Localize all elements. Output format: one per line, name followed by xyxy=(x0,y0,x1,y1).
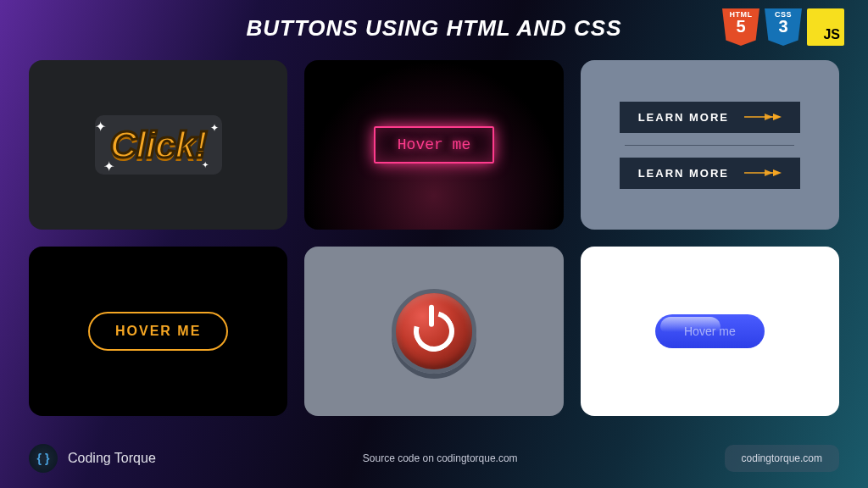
sparkle-icon: ✦ xyxy=(95,119,106,135)
svg-marker-5 xyxy=(765,169,773,176)
arrow-right-icon xyxy=(744,169,782,177)
source-caption: Source code on codingtorque.com xyxy=(363,452,518,464)
js-badge-label: JS xyxy=(823,27,840,42)
footer: { } Coding Torque Source code on codingt… xyxy=(0,430,868,488)
card-learn-more: LEARN MORE LEARN MORE xyxy=(581,60,839,230)
arrow-right-icon xyxy=(744,113,782,121)
brand-logo-icon: { } xyxy=(29,444,58,473)
sparkle-icon: ✦ xyxy=(202,160,209,169)
learn-more-label: LEARN MORE xyxy=(638,111,729,124)
divider xyxy=(625,145,794,146)
card-power xyxy=(304,247,563,416)
learn-more-label: LEARN MORE xyxy=(638,167,729,180)
card-click: ✦ ✦ ✦ ✦ Click! xyxy=(29,60,287,230)
html-badge-version: 5 xyxy=(736,17,745,36)
css3-badge: CSS 3 xyxy=(765,8,802,51)
power-button[interactable] xyxy=(392,289,476,374)
site-url-text: codingtorque.com xyxy=(742,452,822,464)
header: BUTTONS USING HTML AND CSS HTML 5 CSS 3 … xyxy=(0,0,868,48)
card-pill-outline: HOVER ME xyxy=(29,247,287,416)
blue-pill-label: Hover me xyxy=(684,324,736,338)
svg-marker-1 xyxy=(773,114,782,120)
cards-grid: ✦ ✦ ✦ ✦ Click! Hover me LEARN MORE LEARN… xyxy=(0,48,868,416)
site-url-pill[interactable]: codingtorque.com xyxy=(725,445,839,472)
tech-badge-row: HTML 5 CSS 3 JS xyxy=(722,8,844,51)
brand-glyph: { } xyxy=(37,452,50,465)
power-icon xyxy=(406,303,462,359)
sparkle-icon: ✦ xyxy=(103,158,114,175)
click-button[interactable]: ✦ ✦ ✦ ✦ Click! xyxy=(95,115,222,175)
blue-pill-button[interactable]: Hover me xyxy=(655,314,765,348)
neon-hover-button[interactable]: Hover me xyxy=(374,126,494,164)
js-badge: JS xyxy=(807,8,844,51)
brand-name: Coding Torque xyxy=(68,451,156,466)
sparkle-icon: ✦ xyxy=(210,122,219,134)
svg-marker-4 xyxy=(773,169,782,176)
pill-button-label: HOVER ME xyxy=(115,324,201,338)
hover-me-pill-button[interactable]: HOVER ME xyxy=(88,312,228,351)
card-neon: Hover me xyxy=(304,60,563,230)
learn-more-button-1[interactable]: LEARN MORE xyxy=(620,102,800,133)
click-button-label: Click! xyxy=(110,124,207,165)
card-blue-pill: Hover me xyxy=(581,247,839,416)
brand: { } Coding Torque xyxy=(29,444,156,473)
page-title: BUTTONS USING HTML AND CSS xyxy=(247,15,622,42)
learn-more-button-2[interactable]: LEARN MORE xyxy=(620,158,800,189)
neon-button-label: Hover me xyxy=(398,136,470,153)
css-badge-version: 3 xyxy=(778,17,787,36)
svg-marker-2 xyxy=(765,114,773,120)
html5-badge: HTML 5 xyxy=(722,8,760,51)
